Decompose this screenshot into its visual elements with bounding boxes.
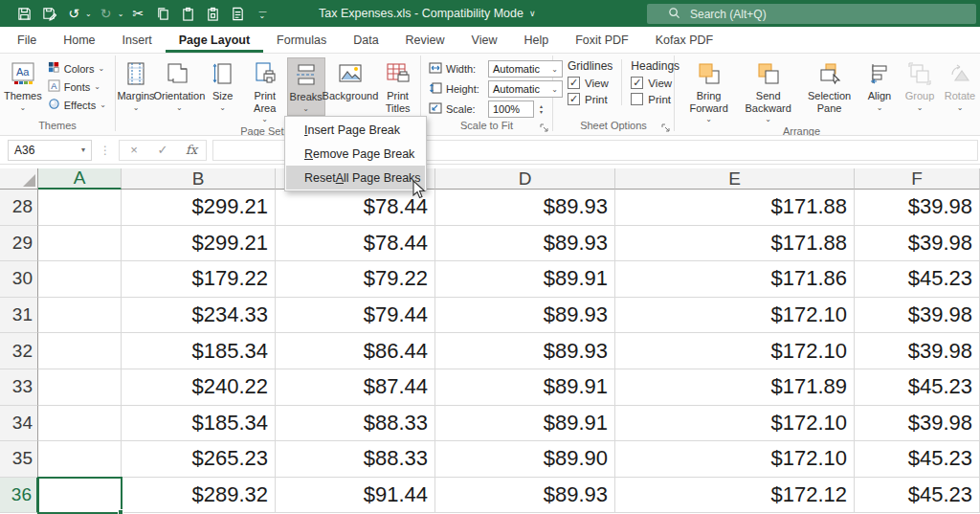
cell-A35[interactable]	[38, 441, 122, 478]
search-box[interactable]: Search (Alt+Q)	[647, 4, 976, 24]
row-header-28[interactable]: 28	[0, 190, 38, 226]
headings-print-checkbox[interactable]: Print	[631, 93, 679, 105]
cell-B30[interactable]: $179.22	[122, 261, 276, 298]
tab-formulas[interactable]: Formulas	[263, 29, 340, 53]
title-dropdown-icon[interactable]: ∨	[529, 9, 536, 18]
row-header-29[interactable]: 29	[0, 226, 38, 262]
cell-A31[interactable]	[38, 298, 122, 334]
cell-F33[interactable]: $45.23	[855, 369, 980, 406]
breaks-button[interactable]: Breaks⌄	[287, 57, 325, 116]
menu-item-insert-page-break[interactable]: Insert Page Break	[286, 118, 425, 142]
save-as-icon[interactable]	[38, 4, 59, 23]
cell-E35[interactable]: $172.10	[615, 441, 855, 478]
cell-F31[interactable]: $39.98	[855, 298, 980, 334]
cell-D29[interactable]: $89.93	[435, 226, 615, 262]
cell-E29[interactable]: $171.88	[615, 226, 855, 262]
cell-B36[interactable]: $289.32	[122, 478, 276, 514]
align-button[interactable]: Align⌄	[859, 57, 900, 114]
cell-A28[interactable]	[38, 190, 122, 226]
row-header-36[interactable]: 36	[0, 478, 38, 514]
cell-F30[interactable]: $45.23	[855, 261, 980, 298]
cell-E33[interactable]: $171.89	[615, 369, 855, 406]
theme-effects-button[interactable]: Effects⌄	[46, 96, 108, 114]
column-header-e[interactable]: E	[615, 168, 855, 190]
cell-A36[interactable]	[38, 478, 122, 514]
enter-icon[interactable]: ✓	[148, 143, 177, 157]
headings-view-checkbox[interactable]: ✓View	[631, 77, 679, 89]
undo-dropdown-icon[interactable]: ⌄	[85, 10, 92, 18]
row-header-31[interactable]: 31	[0, 298, 38, 334]
cell-C30[interactable]: $79.22	[276, 261, 435, 298]
column-header-a[interactable]: A	[38, 168, 122, 190]
formula-bar-handle[interactable]: ⋮	[92, 144, 119, 157]
print-area-button[interactable]: Print Area⌄	[243, 57, 287, 125]
tab-insert[interactable]: Insert	[109, 29, 166, 53]
cell-C33[interactable]: $87.44	[276, 369, 435, 406]
cut-icon[interactable]: ✂	[127, 4, 148, 23]
row-header-34[interactable]: 34	[0, 406, 38, 442]
cell-E28[interactable]: $171.88	[615, 190, 855, 226]
cell-F34[interactable]: $39.98	[855, 406, 980, 442]
cell-C31[interactable]: $79.44	[276, 298, 435, 334]
tab-home[interactable]: Home	[50, 29, 108, 53]
theme-colors-button[interactable]: Colors⌄	[46, 59, 108, 78]
cell-A32[interactable]	[38, 333, 122, 369]
cell-F35[interactable]: $45.23	[855, 441, 980, 478]
row-header-30[interactable]: 30	[0, 261, 38, 298]
cell-F29[interactable]: $39.98	[855, 226, 980, 262]
row-header-32[interactable]: 32	[0, 333, 38, 369]
paste-icon[interactable]	[177, 4, 198, 23]
cell-C36[interactable]: $91.44	[276, 478, 435, 514]
cell-D32[interactable]: $89.93	[435, 333, 615, 369]
cell-A33[interactable]	[38, 369, 122, 406]
theme-fonts-button[interactable]: A Fonts⌄	[46, 78, 108, 96]
menu-item-reset-all-page-breaks[interactable]: Reset All Page Breaks	[286, 166, 425, 190]
cell-D36[interactable]: $89.93	[435, 478, 615, 514]
cell-D34[interactable]: $89.91	[435, 406, 615, 442]
tab-kofax-pdf[interactable]: Kofax PDF	[642, 29, 726, 53]
cell-B33[interactable]: $240.22	[122, 369, 276, 406]
undo-icon[interactable]: ↺	[63, 4, 84, 23]
cell-E36[interactable]: $172.12	[615, 478, 855, 514]
selection-pane-button[interactable]: Selection Pane	[799, 57, 859, 116]
gridlines-view-checkbox[interactable]: ✓View	[568, 77, 612, 89]
width-combo[interactable]: Automatic⌄	[488, 60, 563, 78]
cell-B29[interactable]: $299.21	[122, 226, 276, 262]
name-box-dropdown-icon[interactable]: ▾	[81, 145, 85, 154]
tab-page-layout[interactable]: Page Layout	[166, 29, 263, 53]
cell-A29[interactable]	[38, 226, 122, 262]
margins-button[interactable]: Margins⌄	[116, 57, 156, 114]
column-header-f[interactable]: F	[855, 168, 980, 190]
cell-C35[interactable]: $88.33	[276, 441, 435, 478]
gridlines-print-checkbox[interactable]: ✓Print	[568, 93, 612, 105]
sheet-options-dialog-launcher-icon[interactable]	[660, 123, 671, 134]
cell-C29[interactable]: $78.44	[276, 226, 435, 262]
size-button[interactable]: Size⌄	[203, 57, 243, 114]
cell-D35[interactable]: $89.90	[435, 441, 615, 478]
customize-quick-access-toolbar-icon[interactable]: —⌄	[252, 4, 273, 23]
cell-F32[interactable]: $39.98	[855, 333, 980, 369]
paste-values-icon[interactable]	[202, 4, 223, 23]
cell-B34[interactable]: $185.34	[122, 406, 276, 442]
tab-file[interactable]: File	[4, 29, 50, 53]
column-header-b[interactable]: B	[122, 168, 276, 190]
cell-D33[interactable]: $89.91	[435, 369, 615, 406]
cell-F36[interactable]: $45.23	[855, 478, 980, 514]
row-header-35[interactable]: 35	[0, 441, 38, 478]
cell-E34[interactable]: $172.10	[615, 406, 855, 442]
tab-help[interactable]: Help	[510, 29, 562, 53]
cell-F28[interactable]: $39.98	[855, 190, 980, 226]
print-titles-button[interactable]: Print Titles	[375, 57, 420, 116]
themes-button[interactable]: Aa Themes ⌄	[0, 57, 46, 114]
cell-A34[interactable]	[38, 406, 122, 442]
name-box[interactable]: A36 ▾	[8, 140, 92, 161]
cell-A30[interactable]	[38, 261, 122, 298]
cell-B35[interactable]: $265.23	[122, 441, 276, 478]
quick-print-icon[interactable]	[227, 4, 248, 23]
background-button[interactable]: Background	[325, 57, 375, 104]
cell-B28[interactable]: $299.21	[122, 190, 276, 226]
insert-function-icon[interactable]: fx	[177, 143, 206, 157]
height-combo[interactable]: Automatic⌄	[488, 80, 563, 98]
select-all-button[interactable]	[0, 168, 38, 190]
scale-to-fit-dialog-launcher-icon[interactable]	[539, 123, 549, 134]
